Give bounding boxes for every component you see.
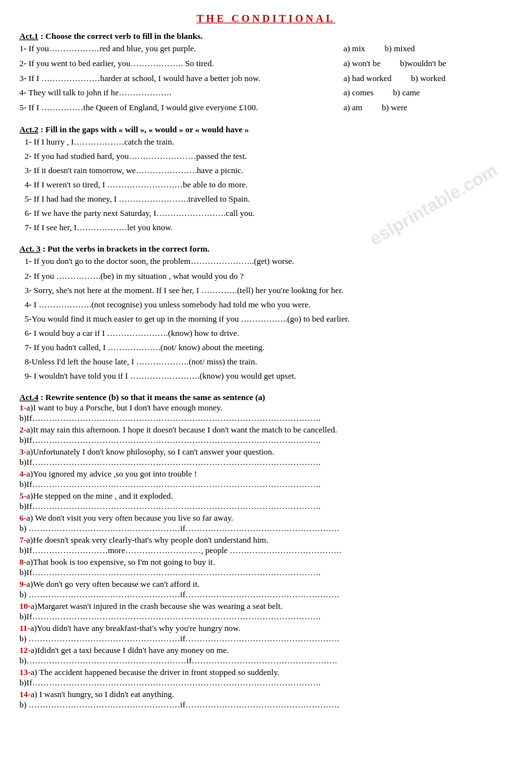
act4-item-7: 7-a)He doesn't speak very clearly-that's… (19, 535, 513, 556)
act4-item-14-b: b) ………………………………………………if……………………………………………… (19, 700, 513, 710)
act4-item-12-a: 12-a)Ididn't get a taxi because I didn't… (19, 645, 513, 656)
act4-item-9-a: 9-a)We don't go very often because we ca… (19, 579, 513, 589)
act2-item-6: 6- If we have the party next Saturday, I… (19, 206, 513, 220)
act3-title: Act. 3 : Put the verbs in brackets in th… (19, 244, 513, 254)
act4-item-7-a: 7-a)He doesn't speak very clearly-that's… (19, 535, 513, 545)
act2-section: Act.2 : Fill in the gaps with « will », … (19, 124, 513, 235)
act4-item-14-a: 14-a) I wasn't hungry, so I didn't eat a… (19, 689, 513, 700)
act2-label: Act.2 (19, 124, 38, 134)
act4-item-3-b: b)If…………………………………………………………………………………………. (19, 457, 513, 468)
act2-item-1: 1- If I hurry , I………………catch the train. (19, 135, 513, 149)
act4-item-8-a: 8-a)That book is too expensive, so I'm n… (19, 557, 513, 567)
act4-title: Act.4 : Rewrite sentence (b) so that it … (19, 392, 513, 403)
page-title: THE CONDITIONAL (19, 13, 513, 25)
act2-item-7: 7- If I see her, I………………let you know. (19, 220, 513, 235)
act4-item-4: 4-a)You ignored my advice ,so you got in… (19, 469, 513, 490)
act4-item-2-b: b)If…………………………………………………………………………………………. (19, 435, 513, 445)
act3-label: Act. 3 (19, 244, 41, 254)
act4-item-7-b: b)If………………………more………………………, people ……………… (19, 545, 513, 556)
act1-item-4-a: a) comes (343, 86, 374, 101)
act4-item-13: 13-a) The accident happened because the … (19, 667, 513, 688)
act1-item-2-b: b)wouldn't be (400, 56, 446, 71)
act3-item-5: 5-You would find it much easier to get u… (19, 312, 513, 326)
act4-item-8-b: b)If…………………………………………………………………………………………. (19, 567, 513, 578)
act3-item-6: 6- I would buy a car if I ………………….(know)… (19, 326, 513, 340)
act3-item-9: 9- I wouldn't have told you if I …………………… (19, 369, 513, 383)
act4-item-9: 9-a)We don't go very often because we ca… (19, 579, 513, 600)
act4-item-6: 6-a) We don't visit you very often becau… (19, 513, 513, 534)
act4-item-2-a: 2-a)It may rain this afternoon. I hope i… (19, 425, 513, 435)
act4-item-3-a: 3-a)Unfortunately I don't know philosoph… (19, 447, 513, 457)
act4-item-1: 1-a)I want to buy a Porsche, but I don't… (19, 403, 513, 423)
act4-item-11: 11-a)You didn't have any breakfast-that'… (19, 623, 513, 644)
act2-item-5: 5- If I had had the money, I …………………….tr… (19, 192, 513, 206)
act3-desc: : Put the verbs in brackets in the corre… (41, 244, 210, 254)
act1-item-2-a: a) won't be (343, 56, 380, 71)
act4-item-11-a: 11-a)You didn't have any breakfast-that'… (19, 623, 513, 634)
act4-item-11-b: b) ………………………………………………if……………………………………………… (19, 634, 513, 644)
act4-item-13-a: 13-a) The accident happened because the … (19, 667, 513, 678)
act4-item-10-a: 10-a)Margaret wasn't injured in the cras… (19, 601, 513, 611)
act4-item-6-b: b) ………………………………………………if……………………………………………… (19, 523, 513, 534)
act4-desc: : Rewrite sentence (b) so that it means … (38, 392, 265, 402)
act4-section: Act.4 : Rewrite sentence (b) so that it … (19, 392, 513, 710)
act4-item-1-b: b)If…………………………………………………………………………………………. (19, 413, 513, 423)
act1-item-3-b: b) worked (411, 71, 445, 86)
act4-item-5: 5-a)He stepped on the mine , and it expl… (19, 491, 513, 512)
act4-label: Act.4 (19, 392, 38, 402)
act1-item-1: 1- If you………………red and blue, you get pur… (19, 41, 513, 56)
act1-item-4-b: b) came (393, 86, 421, 101)
act4-item-5-a: 5-a)He stepped on the mine , and it expl… (19, 491, 513, 501)
act1-item-5-b: b) were (382, 101, 407, 115)
act1-item-1-a: a) mix (343, 41, 365, 56)
act4-item-8: 8-a)That book is too expensive, so I'm n… (19, 557, 513, 578)
act1-desc: : Choose the correct verb to fill in the… (38, 31, 203, 41)
act4-item-1-a: 1-a)I want to buy a Porsche, but I don't… (19, 403, 513, 413)
act4-item-10: 10-a)Margaret wasn't injured in the cras… (19, 601, 513, 622)
act3-item-8: 8-Unless I'd left the house late, I …………… (19, 355, 513, 369)
act3-section: Act. 3 : Put the verbs in brackets in th… (19, 244, 513, 383)
act4-item-4-a: 4-a)You ignored my advice ,so you got in… (19, 469, 513, 479)
act1-item-1-b: b) mixed (385, 41, 415, 56)
act3-item-1: 1- If you don't go to the doctor soon, t… (19, 254, 513, 268)
act2-item-4: 4- If I weren't so tired, I ………………………be … (19, 178, 513, 192)
act2-item-2: 2- If you had studied hard, you……………………p… (19, 149, 513, 163)
act1-item-1-text: 1- If you………………red and blue, you get pur… (19, 41, 343, 56)
act4-item-2: 2-a)It may rain this afternoon. I hope i… (19, 425, 513, 445)
act3-item-3: 3- Sorry, she's not here at the moment. … (19, 283, 513, 298)
act1-item-3-a: a) had worked (343, 71, 391, 86)
act1-item-2: 2- If you went to bed earlier, you………………… (19, 56, 513, 71)
act4-item-4-b: b)If…………………………………………………………………………………………. (19, 479, 513, 490)
act4-item-5-b: b)If…………………………………………………………………………………………. (19, 501, 513, 512)
act4-item-12-b: b)…………………………………………………if……………………………………………… (19, 656, 513, 666)
act1-section: Act.1 : Choose the correct verb to fill … (19, 31, 513, 115)
act1-item-5-a: a) am (343, 101, 362, 115)
act4-item-14: 14-a) I wasn't hungry, so I didn't eat a… (19, 689, 513, 710)
act2-title: Act.2 : Fill in the gaps with « will », … (19, 124, 513, 135)
act1-item-4: 4- They will talk to john if he………………. a… (19, 86, 513, 101)
act2-item-3: 3- If it doesn't rain tomorrow, we………………… (19, 163, 513, 178)
act1-label: Act.1 (19, 31, 38, 41)
act1-item-3: 3- If I …………………harder at school, I would… (19, 71, 513, 86)
act4-item-6-a: 6-a) We don't visit you very often becau… (19, 513, 513, 523)
act2-desc: : Fill in the gaps with « will », « woul… (38, 124, 249, 134)
act4-item-12: 12-a)Ididn't get a taxi because I didn't… (19, 645, 513, 666)
act3-item-7: 7- If you hadn't called, I ……………….(not/ … (19, 340, 513, 355)
act1-item-5: 5- If I ……………the Queen of England, I wou… (19, 101, 513, 115)
act4-item-13-b: b)If…………………………………………………………………………………………. (19, 678, 513, 688)
act3-item-2: 2- If you …………….(be) in my situation , w… (19, 269, 513, 283)
act3-item-4: 4- I ……………….(not recognise) you unless s… (19, 298, 513, 312)
act4-item-10-b: b)If…………………………………………………………………………………………. (19, 611, 513, 622)
act4-item-3: 3-a)Unfortunately I don't know philosoph… (19, 447, 513, 468)
act4-item-9-b: b) ………………………………………………if……………………………………………… (19, 589, 513, 600)
act1-title: Act.1 : Choose the correct verb to fill … (19, 31, 513, 41)
